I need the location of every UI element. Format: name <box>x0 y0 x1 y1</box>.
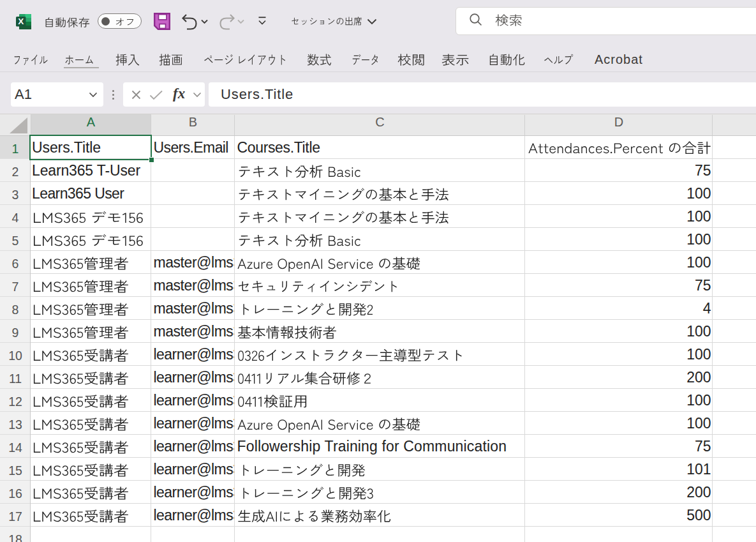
svg-text:X: X <box>18 17 24 26</box>
